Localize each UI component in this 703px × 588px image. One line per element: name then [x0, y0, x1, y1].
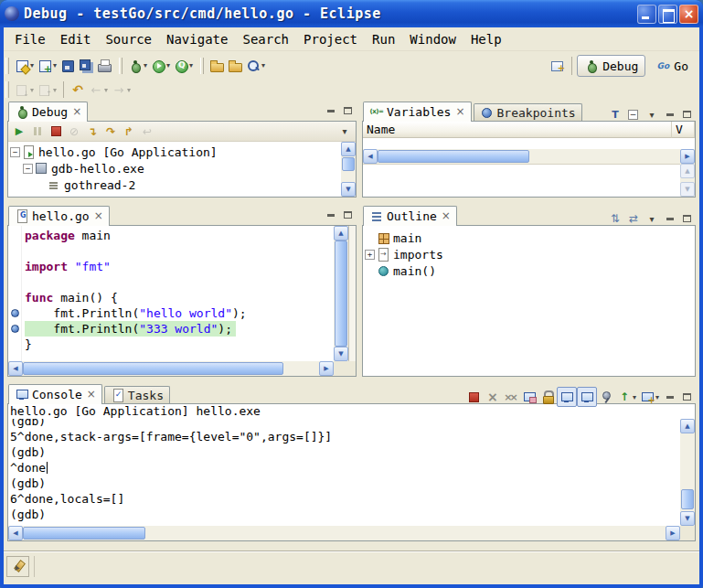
tab-debug[interactable]: Debug × [8, 102, 88, 122]
close-icon[interactable]: × [72, 105, 81, 118]
save-icon[interactable] [59, 56, 77, 76]
breakpoint-icon[interactable] [11, 309, 19, 317]
scroll-thumb[interactable] [378, 150, 529, 163]
menu-project[interactable]: Project [296, 29, 365, 49]
expander-icon[interactable]: − [10, 147, 20, 157]
scroll-lock-icon[interactable] [538, 387, 557, 407]
dropdown-arrow-icon[interactable]: ▾ [127, 86, 131, 94]
external-tools-icon[interactable]: ▾ [172, 56, 195, 76]
expander-icon[interactable]: − [23, 164, 33, 174]
window-close-button[interactable]: × [679, 5, 698, 24]
tree-item[interactable]: main [363, 230, 695, 246]
menu-run[interactable]: Run [365, 29, 402, 49]
perspective-debug-button[interactable]: Debug [577, 55, 645, 77]
debug-scrollbar-vertical[interactable]: ▲ ▼ [341, 142, 356, 197]
sort-icon[interactable] [606, 208, 624, 229]
code-editor[interactable]: package main import "fmt" func main() { … [23, 226, 334, 361]
dropdown-arrow-icon[interactable]: ▾ [53, 86, 57, 94]
breakpoint-icon[interactable] [11, 325, 19, 333]
dropdown-arrow-icon[interactable]: ▾ [189, 61, 193, 69]
toolbar-grip[interactable] [200, 58, 204, 74]
forward-icon[interactable]: ▾ [110, 80, 133, 100]
fast-view-bar[interactable] [6, 556, 29, 577]
terminate-icon[interactable] [465, 387, 484, 407]
outline-tree[interactable]: main+importsmain() [363, 226, 695, 376]
scroll-down-icon[interactable]: ▼ [334, 347, 348, 361]
tab-hello-go[interactable]: hello.go × [8, 206, 110, 226]
code-line[interactable] [25, 274, 334, 290]
view-menu-icon[interactable] [643, 104, 661, 124]
new-go-element-icon[interactable]: ▾ [36, 56, 59, 76]
editor-gutter[interactable] [8, 226, 22, 361]
menu-edit[interactable]: Edit [53, 29, 99, 49]
clear-console-icon[interactable] [520, 387, 538, 407]
pin-console-icon[interactable] [597, 387, 615, 407]
next-annotation-icon[interactable]: ▾ [13, 80, 36, 100]
editor-scrollbar-vertical[interactable]: ▲ ▼ [334, 226, 348, 361]
maximize-view-icon[interactable] [340, 104, 355, 117]
code-line[interactable]: func main() { [25, 290, 334, 305]
scroll-down-icon[interactable]: ▼ [680, 511, 695, 526]
variables-scrollbar-horizontal[interactable]: ◀ ▶ [363, 149, 695, 164]
toolbar-grip[interactable] [5, 81, 9, 98]
dropdown-arrow-icon[interactable]: ▾ [30, 61, 34, 69]
variables-detail-pane[interactable] [363, 164, 680, 197]
dropdown-arrow-icon[interactable]: ▾ [144, 61, 147, 69]
open-file-icon[interactable] [208, 56, 226, 76]
disconnect-icon[interactable] [65, 122, 83, 142]
toolbar-grip[interactable] [119, 58, 122, 74]
display-console-icon[interactable]: ▾ [615, 387, 638, 407]
open-folder-icon[interactable] [226, 56, 244, 76]
step-return-icon[interactable] [120, 122, 138, 142]
scroll-thumb[interactable] [681, 489, 694, 509]
dropdown-arrow-icon[interactable]: ▾ [261, 61, 265, 69]
open-perspective-icon[interactable] [549, 56, 567, 76]
code-line[interactable]: } [25, 337, 334, 352]
dropdown-arrow-icon[interactable]: ▾ [104, 86, 108, 94]
step-over-icon[interactable] [101, 122, 120, 142]
titlebar[interactable]: Debug - testGo/src/cmd/hello.go - Eclips… [0, 0, 703, 27]
remove-all-launches-icon[interactable] [502, 387, 520, 407]
variables-tree-area[interactable] [363, 138, 695, 149]
close-icon[interactable]: × [94, 209, 103, 222]
minimize-view-icon[interactable] [663, 390, 677, 403]
minimize-view-icon[interactable] [324, 104, 338, 117]
search-icon[interactable]: ▾ [244, 56, 267, 76]
code-line[interactable]: fmt.Println("333 world"); [25, 321, 334, 337]
tab-breakpoints[interactable]: Breakpoints [474, 103, 582, 121]
print-icon[interactable] [95, 56, 113, 76]
scroll-down-icon[interactable]: ▼ [341, 182, 356, 197]
window-minimize-button[interactable] [637, 5, 656, 24]
code-line[interactable]: fmt.Println("hello world"); [25, 305, 334, 321]
view-menu-icon[interactable] [336, 122, 354, 142]
scroll-up-icon[interactable]: ▲ [341, 142, 356, 156]
collapse-all-icon[interactable] [624, 104, 643, 124]
tab-variables[interactable]: Variables× [363, 102, 472, 122]
tree-item[interactable]: +imports [363, 246, 695, 262]
tree-item[interactable]: −gdb-hello.exe [8, 160, 341, 176]
scroll-thumb[interactable] [335, 241, 347, 347]
code-line[interactable] [25, 243, 334, 259]
tab-outline[interactable]: Outline × [363, 206, 457, 226]
console-output-area[interactable]: (gdb)5^done,stack-args=[frame={level="0"… [8, 419, 680, 526]
window-maximize-button[interactable] [658, 5, 677, 24]
terminate-icon[interactable] [47, 122, 65, 142]
tab-tasks[interactable]: Tasks [104, 386, 170, 403]
console-scrollbar-vertical[interactable]: ▲ ▼ [680, 419, 695, 526]
previous-annotation-icon[interactable]: ▾ [36, 80, 59, 100]
save-all-icon[interactable] [77, 56, 95, 76]
perspective-go-button[interactable]: Go [648, 55, 696, 77]
dropdown-arrow-icon[interactable]: ▾ [633, 393, 636, 401]
suspend-icon[interactable] [28, 122, 47, 142]
code-line[interactable]: import "fmt" [25, 259, 334, 274]
menu-source[interactable]: Source [98, 29, 159, 49]
menu-search[interactable]: Search [235, 29, 296, 49]
back-icon[interactable]: ▾ [87, 80, 110, 100]
menu-file[interactable]: File [7, 29, 53, 49]
view-menu-icon[interactable] [643, 208, 661, 229]
debug-tree[interactable]: −hello.go [Go Application]−gdb-hello.exe… [8, 142, 341, 197]
menu-navigate[interactable]: Navigate [159, 29, 235, 49]
minimize-view-icon[interactable] [663, 108, 677, 121]
tree-item[interactable]: gothread-2 [8, 176, 341, 193]
scroll-thumb[interactable] [23, 362, 283, 375]
